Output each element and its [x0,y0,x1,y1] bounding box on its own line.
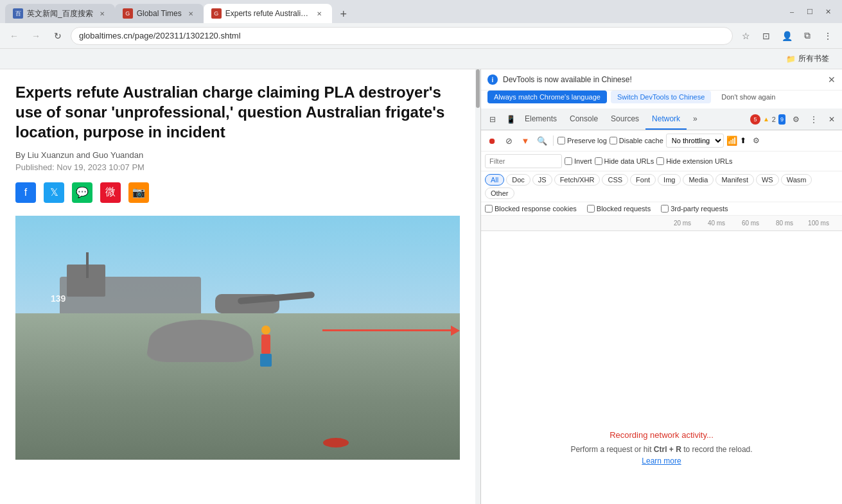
tab1-favicon: 百 [13,8,23,19]
disable-cache-checkbox[interactable]: Disable cache [610,137,663,144]
tab-sources[interactable]: Sources [604,109,645,130]
devtools-panel: i DevTools is now available in Chinese! … [480,69,842,504]
devtools-close-icon[interactable]: ✕ [824,112,839,127]
hide-ext-urls-checkbox[interactable]: Hide extension URLs [656,157,732,165]
filter-icon[interactable]: ▼ [518,134,532,148]
minimize-button[interactable]: – [785,5,798,18]
reload-button[interactable]: ↻ [49,27,67,45]
switch-chinese-button[interactable]: Switch DevTools to Chinese [611,91,711,103]
tab-2[interactable]: G Global Times ✕ [115,4,204,23]
toolbar-right: ☆ ⊡ 👤 ⧉ ⋮ [737,27,837,45]
tab2-label: Global Times [137,9,182,18]
throttle-select[interactable]: No throttling [666,134,724,148]
filter-img[interactable]: Img [658,174,681,186]
bookmark-star-icon[interactable]: ☆ [737,27,755,45]
devtools-more-icon[interactable]: ⋮ [806,112,821,127]
tab-1[interactable]: 百 英文新闻_百度搜索 ✕ [5,4,115,23]
dont-show-button[interactable]: Don't show again [715,91,782,103]
forward-button[interactable]: → [27,27,45,45]
filter-css[interactable]: CSS [602,174,628,186]
notification-buttons: Always match Chrome's language Switch De… [481,91,842,109]
filter-input[interactable] [485,154,562,168]
learn-more-link[interactable]: Learn more [642,456,681,465]
devtools-tab-bar: ⊟ 📱 Elements Console Sources Network » 5… [481,109,842,130]
filter-media[interactable]: Media [683,174,714,186]
wechat-icon[interactable]: 💬 [72,182,92,203]
upload-icon[interactable]: ⬆ [740,136,746,145]
share-icon[interactable]: 📷 [128,182,149,203]
warning-count: 2 [772,116,776,123]
tab-more[interactable]: » [687,109,704,130]
extensions-icon[interactable]: ⧉ [798,27,816,45]
title-bar: 百 英文新闻_百度搜索 ✕ G Global Times ✕ G Experts… [0,0,842,23]
tab-group: 百 英文新闻_百度搜索 ✕ G Global Times ✕ G Experts… [5,0,783,23]
hide-data-urls-checkbox[interactable]: Hide data URLs [595,157,654,165]
filter-ws[interactable]: WS [756,174,779,186]
invert-checkbox[interactable]: Invert [565,157,592,165]
filter-wasm[interactable]: Wasm [781,174,812,186]
filter-font[interactable]: Font [630,174,656,186]
notification-close[interactable]: ✕ [828,74,836,85]
filter-other[interactable]: Other [485,187,514,199]
address-bar[interactable] [71,27,733,45]
tab2-close[interactable]: ✕ [186,8,196,19]
split-screen-icon[interactable]: ⊡ [757,27,775,45]
network-settings-icon[interactable]: ⚙ [749,133,764,148]
preserve-log-input[interactable] [557,137,565,144]
filter-js[interactable]: JS [532,174,552,186]
tab3-label: Experts refute Australian char [225,9,310,18]
filter-doc[interactable]: Doc [506,174,531,186]
facebook-icon[interactable]: f [15,182,36,203]
invert-input[interactable] [565,157,572,165]
preserve-log-checkbox[interactable]: Preserve log [557,137,607,144]
tab-network[interactable]: Network [645,109,687,130]
third-party-input[interactable] [661,205,669,213]
tab-3[interactable]: G Experts refute Australian char ✕ [204,4,332,23]
weibo-icon[interactable]: 微 [100,182,121,203]
close-button[interactable]: ✕ [821,5,834,18]
devtools-responsive-icon[interactable]: 📱 [503,112,518,127]
devtools-dock-icon[interactable]: ⊟ [485,112,500,127]
tab2-favicon: G [123,8,133,19]
filter-fetch-xhr[interactable]: Fetch/XHR [554,174,601,186]
devtools-settings-icon[interactable]: ⚙ [788,112,803,127]
tab-elements[interactable]: Elements [518,109,563,130]
blocked-cookies-checkbox[interactable]: Blocked response cookies [485,205,577,213]
new-tab-button[interactable]: + [335,5,353,23]
network-filter-buttons: All Doc JS Fetch/XHR CSS Font Img Media … [481,171,842,202]
hide-ext-urls-input[interactable] [656,157,664,165]
scroll-indicator[interactable] [475,69,480,504]
bookmarks-folder[interactable]: 📁 所有书签 [781,51,834,67]
devtools-notification-bar: i DevTools is now available in Chinese! … [481,69,842,109]
filter-manifest[interactable]: Manifest [715,174,754,186]
network-empty-state: Recording network activity... Perform a … [481,231,842,504]
profile-icon[interactable]: 👤 [778,27,796,45]
clear-button[interactable]: ⊘ [502,134,516,148]
hide-data-urls-input[interactable] [595,157,602,165]
tick-100ms: 100 ms [802,220,836,227]
bookmarks-bar: 📁 所有书签 [0,49,842,69]
twitter-icon[interactable]: 𝕏 [44,182,64,203]
tick-40ms: 40 ms [699,220,733,227]
disable-cache-input[interactable] [610,137,617,144]
info-badge: 9 [778,114,785,125]
menu-icon[interactable]: ⋮ [819,27,837,45]
blocked-requests-checkbox[interactable]: Blocked requests [587,205,651,213]
devtools-notification: i DevTools is now available in Chinese! … [481,69,842,91]
devtools-icons-left: ⊟ 📱 [485,112,518,127]
blocked-cookies-input[interactable] [485,205,493,213]
third-party-checkbox[interactable]: 3rd-party requests [661,205,728,213]
tab3-close[interactable]: ✕ [314,8,324,19]
blocked-requests-input[interactable] [587,205,595,213]
tab1-close[interactable]: ✕ [97,8,107,19]
maximize-button[interactable]: ☐ [803,5,816,18]
timeline-ticks: 20 ms 40 ms 60 ms 80 ms 100 ms [659,220,842,227]
info-icon: i [487,74,498,85]
article-area: Experts refute Australian charge claimin… [0,69,475,504]
filter-all[interactable]: All [485,174,504,186]
search-icon[interactable]: 🔍 [535,134,549,148]
tab-console[interactable]: Console [563,109,604,130]
record-button[interactable]: ⏺ [485,134,499,148]
back-button[interactable]: ← [5,27,23,45]
match-language-button[interactable]: Always match Chrome's language [487,91,607,103]
